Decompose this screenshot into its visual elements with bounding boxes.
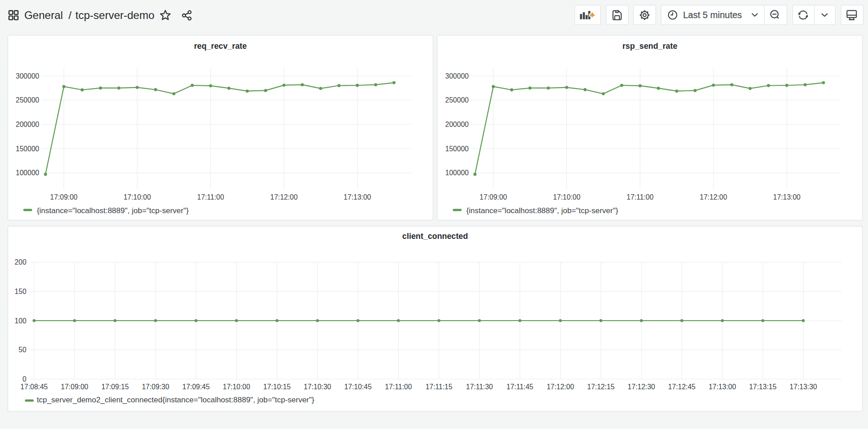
- svg-text:300000: 300000: [445, 72, 469, 80]
- svg-text:17:13:15: 17:13:15: [749, 383, 777, 391]
- svg-text:17:12:00: 17:12:00: [270, 193, 298, 201]
- svg-text:17:12:45: 17:12:45: [668, 383, 696, 391]
- svg-text:Last 5 minutes: Last 5 minutes: [683, 10, 742, 20]
- svg-text:17:11:00: 17:11:00: [197, 193, 224, 201]
- svg-text:{instance="localhost:8889", jo: {instance="localhost:8889", job="tcp-ser…: [37, 206, 189, 215]
- svg-text:client_connected: client_connected: [402, 232, 468, 241]
- svg-text:150000: 150000: [16, 145, 39, 153]
- svg-text:17:11:15: 17:11:15: [425, 383, 453, 391]
- svg-text:17:11:45: 17:11:45: [506, 383, 533, 391]
- svg-text:17:13:00: 17:13:00: [773, 193, 801, 201]
- svg-text:300000: 300000: [16, 72, 39, 80]
- svg-text:250000: 250000: [16, 96, 39, 104]
- svg-text:{instance="localhost:8889", jo: {instance="localhost:8889", job="tcp-ser…: [466, 206, 618, 215]
- svg-text:17:09:00: 17:09:00: [61, 383, 89, 391]
- svg-text:100000: 100000: [445, 169, 469, 177]
- svg-text:200000: 200000: [445, 121, 469, 128]
- svg-text:200: 200: [14, 258, 26, 266]
- svg-text:17:10:45: 17:10:45: [344, 383, 372, 391]
- svg-text:150000: 150000: [445, 145, 469, 153]
- svg-text:/: /: [69, 9, 72, 21]
- svg-text:17:10:15: 17:10:15: [263, 383, 291, 391]
- svg-text:17:12:00: 17:12:00: [700, 193, 727, 201]
- svg-text:General: General: [24, 9, 63, 21]
- svg-text:17:11:00: 17:11:00: [385, 383, 412, 391]
- svg-text:17:10:00: 17:10:00: [553, 193, 580, 201]
- svg-text:17:12:00: 17:12:00: [547, 383, 574, 391]
- svg-text:250000: 250000: [445, 96, 469, 104]
- svg-text:17:09:00: 17:09:00: [50, 193, 78, 201]
- svg-text:17:09:45: 17:09:45: [182, 383, 210, 391]
- svg-text:req_recv_rate: req_recv_rate: [194, 42, 247, 51]
- svg-text:rsp_send_rate: rsp_send_rate: [623, 42, 678, 51]
- svg-text:17:12:30: 17:12:30: [627, 383, 655, 391]
- svg-text:200000: 200000: [16, 121, 39, 128]
- svg-text:150: 150: [14, 288, 26, 295]
- svg-text:100: 100: [14, 317, 26, 325]
- svg-text:50: 50: [19, 346, 27, 354]
- svg-text:17:10:30: 17:10:30: [304, 383, 331, 391]
- svg-text:tcp_server_demo2_client_connec: tcp_server_demo2_client_connected{instan…: [37, 396, 314, 404]
- svg-text:17:09:30: 17:09:30: [142, 383, 170, 391]
- svg-text:0: 0: [23, 375, 27, 383]
- svg-text:17:13:00: 17:13:00: [708, 383, 736, 391]
- svg-text:100000: 100000: [16, 169, 39, 177]
- svg-text:17:09:00: 17:09:00: [480, 193, 507, 201]
- svg-text:17:12:15: 17:12:15: [587, 383, 615, 391]
- svg-text:17:09:15: 17:09:15: [101, 383, 129, 391]
- svg-text:17:11:30: 17:11:30: [466, 383, 493, 391]
- svg-text:17:10:00: 17:10:00: [123, 193, 151, 201]
- svg-text:17:11:00: 17:11:00: [627, 193, 654, 201]
- svg-text:17:10:00: 17:10:00: [223, 383, 250, 391]
- svg-text:17:13:00: 17:13:00: [344, 193, 371, 201]
- svg-text:tcp-server-demo: tcp-server-demo: [75, 9, 155, 21]
- svg-text:17:08:45: 17:08:45: [20, 383, 48, 391]
- svg-text:17:13:30: 17:13:30: [790, 383, 817, 391]
